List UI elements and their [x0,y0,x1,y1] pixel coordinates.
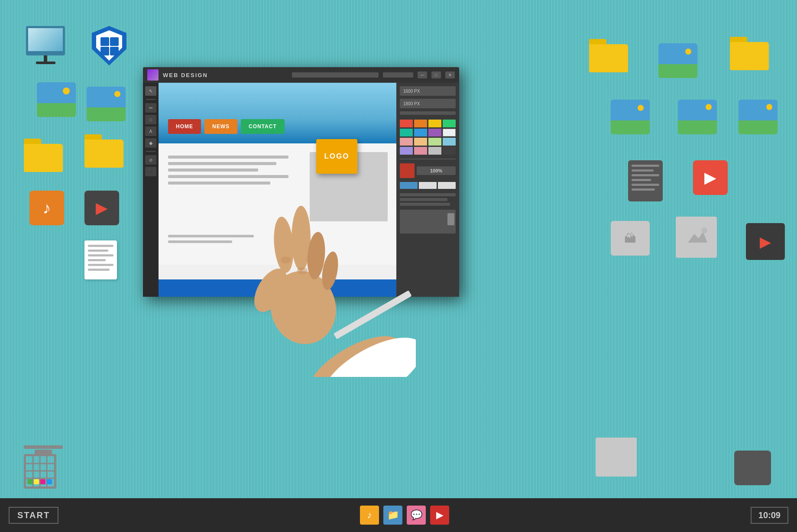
icon-document-left[interactable] [84,240,117,279]
icon-document-right[interactable] [628,160,663,201]
zoom-field[interactable]: 100% [417,166,456,175]
maximize-button[interactable]: □ [431,71,441,78]
icon-photo-top-right[interactable] [658,43,697,78]
nav-news[interactable]: NEWS [204,119,237,134]
icon-trash[interactable] [24,445,63,489]
icon-play-left[interactable]: ▶ [84,191,119,225]
main-window: WEB DESIGN — □ ✕ ↖ ✏ □ A ◆ ⊘ ⬛ [143,67,459,297]
taskbar-icon-music[interactable]: ♪ [360,506,379,525]
nav-home[interactable]: HOME [168,119,201,134]
field-height[interactable]: 1800 PX [400,99,456,108]
color-red-swatch[interactable] [400,163,415,178]
icon-folder-2[interactable] [84,134,123,168]
icon-img-placeholder-1[interactable] [676,217,717,256]
panel-right: 1600 PX 1800 PX [396,83,459,297]
zoom-row: 100% [400,163,456,178]
icon-photo-r2-2[interactable] [678,100,717,134]
window-logo [147,69,159,81]
field-width[interactable]: 1600 PX [400,86,456,96]
canvas-content: LOGO [159,143,396,265]
icon-play-right-1[interactable]: ▶ [693,160,728,195]
mini-color-grid [400,182,456,189]
start-button[interactable]: START [9,507,58,524]
tool-extra[interactable]: ⬛ [145,167,156,176]
panel-lines [400,193,456,206]
svg-rect-1 [110,37,119,46]
taskbar-icon-chat[interactable]: 💬 [407,506,426,525]
panel-scrollbar[interactable] [400,210,456,234]
nav-contact[interactable]: CONTACT [241,119,285,134]
icon-monitor[interactable] [26,26,65,64]
icon-photo-1[interactable] [37,82,76,117]
logo-text: LOGO [324,152,349,161]
taskbar: START ♪ 📁 💬 ▶ 10:09 [0,498,797,532]
minimize-button[interactable]: — [418,71,427,78]
icon-folder-top-right-2[interactable] [730,37,769,70]
icon-img-r4-1[interactable]: 🏔 [611,221,650,256]
svg-point-14 [312,324,416,377]
tool-rect[interactable]: □ [145,115,156,124]
svg-rect-0 [100,37,109,46]
toolbar-left: ↖ ✏ □ A ◆ ⊘ ⬛ [143,83,159,297]
svg-rect-2 [100,47,109,55]
icon-shield[interactable] [91,25,128,66]
tool-eraser[interactable]: ⊘ [145,155,156,165]
close-button[interactable]: ✕ [445,71,455,78]
icon-music[interactable]: ♪ [29,191,64,225]
svg-point-13 [299,324,411,377]
canvas-footer [159,279,396,297]
tool-select[interactable]: ↖ [145,86,156,96]
svg-rect-3 [110,47,119,55]
window-titlebar: WEB DESIGN — □ ✕ [143,67,459,83]
logo-sticker[interactable]: LOGO [316,139,357,174]
icon-play-right-bottom[interactable]: ▶ [746,223,785,260]
svg-point-12 [701,227,707,234]
icon-photo-2[interactable] [87,87,126,121]
svg-rect-23 [334,290,412,339]
nav-bar: HOME NEWS CONTACT [168,119,285,134]
icon-folder-top-right-1[interactable] [589,39,628,72]
icon-photo-r2-3[interactable] [739,100,778,134]
window-title: WEB DESIGN [163,72,288,78]
icon-folder-1[interactable] [24,139,63,172]
tool-text[interactable]: A [145,127,156,136]
canvas-header: HOME NEWS CONTACT [159,83,396,143]
icon-photo-r2-1[interactable] [611,100,650,134]
tool-separator [146,99,156,100]
taskbar-icon-media[interactable]: ▶ [430,506,449,525]
canvas-area: HOME NEWS CONTACT [159,83,396,297]
tool-pen[interactable]: ✏ [145,103,156,113]
tool-separator-2 [146,151,156,152]
color-palette [400,120,456,155]
clock: 10:09 [751,507,788,524]
desktop: ♪ ▶ [0,0,797,532]
tool-diamond[interactable]: ◆ [145,138,156,148]
taskbar-icon-folder[interactable]: 📁 [383,506,402,525]
taskbar-icons: ♪ 📁 💬 ▶ [360,506,449,525]
